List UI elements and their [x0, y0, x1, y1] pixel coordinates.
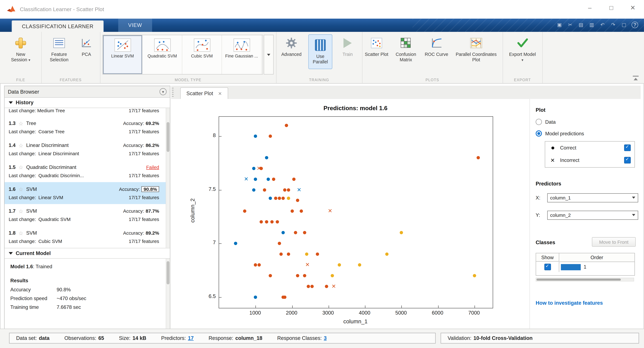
history-item-1-3[interactable]: 1.3 ☆ Tree Accuracy:69.2% Last change:Co…: [4, 116, 170, 138]
current-model-scrollbar[interactable]: [166, 259, 170, 328]
radio-model-predictions[interactable]: Model predictions: [536, 130, 584, 137]
scatter-point: [252, 167, 256, 170]
favorite-star-icon[interactable]: ☆: [18, 142, 23, 148]
favorite-star-icon[interactable]: ☆: [18, 120, 23, 126]
data-browser-menu-button[interactable]: ▾: [160, 88, 166, 95]
favorite-star-icon[interactable]: ☆: [18, 164, 23, 170]
class-color-swatch: [561, 264, 581, 270]
tab-scatter-plot[interactable]: Scatter Plot ✕: [180, 87, 228, 99]
class-order-cell[interactable]: 1: [559, 262, 634, 272]
current-model-name: Model 1.6: [10, 264, 33, 269]
favorite-star-icon[interactable]: ☆: [18, 186, 23, 192]
feature-selection-button[interactable]: Feature Selection: [45, 36, 74, 62]
incorrect-checkbox[interactable]: [624, 157, 631, 163]
scatter-point: [292, 177, 296, 181]
favorite-star-icon[interactable]: ☆: [18, 230, 23, 236]
plot-options-panel: Plot Data Model predictions Correct ✕ In…: [530, 99, 641, 329]
help-icon[interactable]: ?: [632, 22, 638, 28]
group-training: Advanced Use Parallel Train TRAINING: [276, 32, 362, 83]
history-item-1-5[interactable]: 1.5 ☆ Quadratic Discriminant Failed Last…: [4, 160, 170, 182]
x-predictor-select[interactable]: column_1: [547, 193, 638, 202]
model-fine-gaussian[interactable]: Fine Gaussian ...: [222, 35, 262, 74]
order-column-header[interactable]: Order: [559, 253, 634, 262]
predictors-link[interactable]: 17: [188, 335, 194, 341]
classes-table-scrollbar-thumb[interactable]: [536, 279, 621, 281]
show-column-header[interactable]: Show: [536, 253, 559, 262]
export-model-button[interactable]: Export Model ▾: [508, 36, 537, 62]
current-model-section-header[interactable]: Current Model: [4, 248, 170, 259]
close-button[interactable]: ✕: [629, 4, 636, 12]
history-item-1-6-selected[interactable]: 1.6 ☆ SVM Accuracy:90.8% Last change:Lin…: [4, 182, 170, 204]
y-predictor-select[interactable]: column_2: [547, 211, 638, 220]
y-predictor-row: Y: column_2: [536, 211, 638, 220]
plot-axes[interactable]: ✕✕✕✕✕✕: [218, 116, 493, 308]
maximize-button[interactable]: □: [608, 4, 615, 12]
collapse-section-icon: [9, 101, 13, 104]
scatter-point-x: ✕: [297, 187, 301, 192]
scatter-point: [290, 210, 294, 213]
quadratic-svm-icon: [154, 39, 170, 52]
train-button[interactable]: Train: [336, 36, 359, 57]
title-bar: Classification Learner - Scatter Plot – …: [0, 0, 644, 19]
history-scrollbar-thumb[interactable]: [166, 122, 170, 152]
confusion-matrix-button[interactable]: Confusion Matrix: [391, 36, 421, 62]
history-item-partial[interactable]: Last change: Medium Tree 17/17 features: [4, 108, 170, 116]
scatter-point: [294, 231, 298, 235]
redo-icon[interactable]: ↷: [610, 22, 616, 28]
fine-gaussian-icon: [233, 39, 250, 52]
paste-icon[interactable]: ▥: [588, 22, 595, 28]
save-icon[interactable]: ▣: [556, 22, 562, 28]
y-axis-label: column_2: [190, 194, 196, 227]
model-cubic-svm[interactable]: Cubic SVM: [182, 35, 222, 74]
group-export: Export Model ▾ EXPORT: [503, 32, 543, 83]
use-parallel-button[interactable]: Use Parallel: [308, 34, 332, 69]
new-session-button[interactable]: New Session ▾: [8, 36, 34, 62]
y-tick-label: 6.5: [197, 293, 216, 299]
move-to-front-button[interactable]: Move to Front: [592, 237, 636, 247]
scatter-point: [296, 274, 299, 277]
scatter-point: [307, 285, 310, 288]
history-scrollbar[interactable]: [166, 108, 170, 248]
scatter-point: [385, 252, 388, 256]
favorite-star-icon[interactable]: ☆: [18, 208, 23, 214]
history-section-header[interactable]: History: [4, 98, 170, 108]
history-item-1-8[interactable]: 1.8 ☆ SVM Accuracy:89.2% Last change:Cub…: [4, 226, 170, 248]
roc-curve-button[interactable]: ROC Curve: [423, 36, 450, 57]
classes-heading: Classes: [536, 240, 555, 245]
copy-icon[interactable]: ▤: [578, 22, 584, 28]
collapse-section-icon: [9, 252, 13, 255]
pca-button[interactable]: PCA: [76, 36, 97, 57]
collapse-ribbon-button[interactable]: [632, 76, 639, 81]
x-predictor-row: X: column_1: [536, 193, 638, 202]
radio-data[interactable]: Data: [536, 119, 556, 125]
class-show-checkbox[interactable]: [544, 264, 551, 270]
tab-view[interactable]: VIEW: [118, 19, 152, 32]
group-features: Feature Selection PCA FEATURES: [41, 32, 100, 83]
undo-icon[interactable]: ↶: [599, 22, 606, 28]
model-linear-svm[interactable]: Linear SVM: [103, 35, 142, 74]
how-to-investigate-link[interactable]: How to investigate features: [536, 300, 603, 306]
group-caption-plots: PLOTS: [362, 78, 503, 82]
current-model-scrollbar-thumb[interactable]: [166, 261, 170, 284]
model-quadratic-svm[interactable]: Quadratic SVM: [142, 35, 182, 74]
response-classes-link[interactable]: 3: [324, 335, 327, 341]
screenshot-stage: Classification Learner - Scatter Plot – …: [0, 0, 644, 348]
scatter-point: [316, 252, 319, 256]
tab-classification-learner[interactable]: CLASSIFICATION LEARNER: [12, 20, 104, 32]
history-item-1-4[interactable]: 1.4 ☆ Linear Discriminant Accuracy:86.2%…: [4, 138, 170, 160]
panel-splitter-handle[interactable]: [172, 88, 174, 97]
scatter-plot-button[interactable]: Scatter Plot: [364, 36, 389, 57]
minimize-button[interactable]: –: [586, 4, 594, 12]
group-caption-export: EXPORT: [503, 78, 542, 82]
model-gallery-expand-button[interactable]: [264, 35, 274, 75]
history-item-1-7[interactable]: 1.7 ☆ SVM Accuracy:87.7% Last change:Qua…: [4, 204, 170, 226]
advanced-button[interactable]: Advanced: [278, 36, 305, 57]
scatter-point: [325, 285, 328, 288]
tab-close-icon[interactable]: ✕: [218, 91, 222, 96]
cut-icon[interactable]: ✂: [567, 22, 573, 28]
correct-checkbox[interactable]: [624, 144, 631, 151]
parallel-coordinates-button[interactable]: Parallel Coordinates Plot: [452, 36, 500, 62]
classes-table-scrollbar[interactable]: [536, 278, 634, 281]
scatter-point: [476, 156, 480, 159]
dock-icon[interactable]: ▢: [621, 22, 627, 28]
